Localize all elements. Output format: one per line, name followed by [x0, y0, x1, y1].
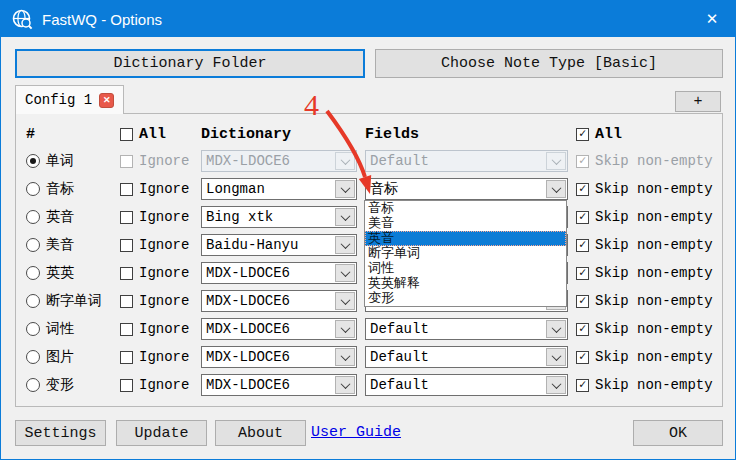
ignore-label: Ignore: [139, 153, 189, 169]
combobox-arrow-button[interactable]: [546, 180, 566, 198]
row-radio[interactable]: [26, 182, 40, 196]
combobox-arrow-button[interactable]: [335, 320, 355, 338]
combobox-arrow-button[interactable]: [335, 292, 355, 310]
row-radio[interactable]: [26, 210, 40, 224]
ignore-checkbox[interactable]: [120, 351, 133, 364]
chevron-down-icon: [340, 183, 350, 193]
all-skip-checkbox[interactable]: [576, 128, 589, 141]
row-radio[interactable]: [26, 378, 40, 392]
skip-checkbox[interactable]: [576, 239, 589, 252]
dictionary-value: MDX-LDOCE6: [206, 349, 290, 365]
combobox-arrow-button[interactable]: [335, 180, 355, 198]
fields-value: Default: [370, 153, 429, 169]
choose-note-type-button[interactable]: Choose Note Type [Basic]: [375, 49, 723, 78]
row-radio[interactable]: [26, 294, 40, 308]
skip-checkbox[interactable]: [576, 211, 589, 224]
skip-checkbox[interactable]: [576, 379, 589, 392]
combobox-arrow-button[interactable]: [335, 208, 355, 226]
add-config-button[interactable]: +: [675, 91, 721, 112]
ok-button[interactable]: OK: [633, 420, 723, 446]
fields-combobox[interactable]: Default: [365, 318, 568, 340]
ignore-checkbox[interactable]: [120, 211, 133, 224]
combobox-arrow-button[interactable]: [335, 236, 355, 254]
dictionary-combobox[interactable]: MDX-LDOCE6: [201, 262, 357, 284]
skip-checkbox[interactable]: [576, 323, 589, 336]
fields-combobox[interactable]: Default: [365, 150, 568, 172]
dictionary-combobox[interactable]: MDX-LDOCE6: [201, 318, 357, 340]
combobox-arrow-button[interactable]: [335, 348, 355, 366]
row-radio[interactable]: [26, 350, 40, 364]
skip-checkbox[interactable]: [576, 267, 589, 280]
dictionary-combobox[interactable]: MDX-LDOCE6: [201, 290, 357, 312]
settings-button[interactable]: Settings: [15, 420, 106, 446]
dropdown-item[interactable]: 音标: [365, 201, 566, 216]
ignore-checkbox[interactable]: [120, 155, 133, 168]
chevron-down-icon: [551, 155, 561, 165]
skip-checkbox[interactable]: [576, 155, 589, 168]
ignore-label: Ignore: [139, 237, 189, 253]
dropdown-item[interactable]: 断字单词: [365, 246, 566, 261]
header-fields: Fields: [365, 126, 419, 143]
dictionary-combobox[interactable]: MDX-LDOCE6: [201, 374, 357, 396]
dictionary-combobox[interactable]: MDX-LDOCE6: [201, 346, 357, 368]
about-button[interactable]: About: [215, 420, 306, 446]
chevron-down-icon: [340, 211, 350, 221]
fields-combobox[interactable]: Default: [365, 374, 568, 396]
fields-value: Default: [370, 349, 429, 365]
fields-combobox[interactable]: Default: [365, 346, 568, 368]
row-radio[interactable]: [26, 266, 40, 280]
skip-checkbox[interactable]: [576, 295, 589, 308]
ignore-checkbox[interactable]: [120, 379, 133, 392]
fields-dropdown-list[interactable]: 音标美音英音断字单词词性英英解释变形: [364, 200, 567, 307]
row-radio[interactable]: [26, 154, 40, 168]
skip-label: Skip non-empty: [595, 349, 713, 365]
ignore-checkbox[interactable]: [120, 323, 133, 336]
skip-checkbox[interactable]: [576, 351, 589, 364]
update-button[interactable]: Update: [116, 420, 207, 446]
combobox-arrow-button[interactable]: [335, 264, 355, 282]
chevron-down-icon: [340, 295, 350, 305]
dictionary-combobox[interactable]: MDX-LDOCE6: [201, 150, 357, 172]
skip-label: Skip non-empty: [595, 293, 713, 309]
dictionary-folder-button[interactable]: Dictionary Folder: [15, 49, 365, 78]
window-close-button[interactable]: ✕: [689, 1, 735, 37]
dropdown-item[interactable]: 变形: [365, 291, 566, 306]
dictionary-value: Bing xtk: [206, 209, 273, 225]
dictionary-combobox[interactable]: Baidu-Hanyu: [201, 234, 357, 256]
dropdown-item[interactable]: 词性: [365, 261, 566, 276]
combobox-arrow-button[interactable]: [335, 376, 355, 394]
tab-close-icon[interactable]: ✕: [99, 93, 114, 108]
combobox-arrow-button[interactable]: [546, 348, 566, 366]
dictionary-combobox[interactable]: Bing xtk: [201, 206, 357, 228]
ignore-checkbox[interactable]: [120, 239, 133, 252]
all-ignore-checkbox[interactable]: [120, 128, 133, 141]
ignore-checkbox[interactable]: [120, 267, 133, 280]
fields-combobox[interactable]: 音标: [365, 178, 568, 200]
dictionary-combobox[interactable]: Longman: [201, 178, 357, 200]
skip-label: Skip non-empty: [595, 209, 713, 225]
dictionary-value: MDX-LDOCE6: [206, 293, 290, 309]
table-header-row: # All Dictionary Fields All: [26, 121, 722, 147]
row-name-label: 图片: [46, 348, 74, 366]
combobox-arrow-button[interactable]: [335, 152, 355, 170]
row-radio[interactable]: [26, 238, 40, 252]
skip-checkbox[interactable]: [576, 183, 589, 196]
user-guide-link[interactable]: User Guide: [311, 424, 401, 441]
dropdown-item[interactable]: 英音: [365, 231, 566, 246]
dropdown-item[interactable]: 美音: [365, 216, 566, 231]
app-globe-icon: [11, 8, 33, 30]
tab-config-1[interactable]: Config 1 ✕: [15, 85, 124, 114]
row-name-label: 变形: [46, 376, 74, 394]
header-all-left-label: All: [139, 126, 166, 143]
dropdown-item[interactable]: 英英解释: [365, 276, 566, 291]
row-radio[interactable]: [26, 322, 40, 336]
ignore-checkbox[interactable]: [120, 183, 133, 196]
fields-value: Default: [370, 321, 429, 337]
combobox-arrow-button[interactable]: [546, 376, 566, 394]
row-name-label: 词性: [46, 320, 74, 338]
ignore-label: Ignore: [139, 377, 189, 393]
combobox-arrow-button[interactable]: [546, 320, 566, 338]
ignore-checkbox[interactable]: [120, 295, 133, 308]
table-row: 词性 Ignore MDX-LDOCE6 Default Skip non-em…: [26, 315, 722, 343]
combobox-arrow-button[interactable]: [546, 152, 566, 170]
